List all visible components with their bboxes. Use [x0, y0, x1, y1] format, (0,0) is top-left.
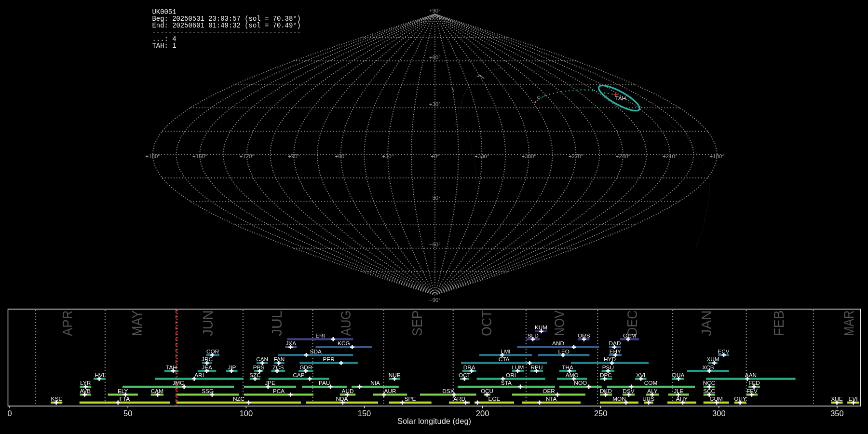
svg-text:ECV: ECV [718, 348, 729, 355]
svg-text:ARI: ARI [194, 372, 204, 379]
svg-text:SZC: SZC [249, 372, 261, 379]
svg-text:COM: COM [644, 380, 658, 386]
svg-text:DSV: DSV [623, 388, 634, 394]
svg-text:−30°: −30° [429, 195, 441, 201]
svg-text:CAM: CAM [151, 388, 163, 394]
svg-text:+30°: +30° [429, 101, 441, 107]
svg-text:JUL: JUL [269, 311, 285, 337]
svg-text:AND: AND [552, 340, 564, 347]
svg-text:GUM: GUM [709, 395, 723, 402]
svg-text:EHY: EHY [610, 348, 621, 355]
svg-text:SEP: SEP [409, 311, 425, 337]
svg-text:DKD: DKD [600, 388, 612, 394]
svg-text:DPC: DPC [600, 372, 612, 379]
svg-text:PAU: PAU [319, 380, 330, 386]
svg-text:−60°: −60° [429, 242, 441, 247]
svg-text:PER: PER [323, 356, 334, 363]
svg-text:+330°: +330° [475, 153, 489, 159]
svg-text:XVI: XVI [636, 372, 645, 379]
svg-text:KUM: KUM [535, 324, 547, 331]
svg-text:MON: MON [612, 395, 626, 402]
svg-text:+270°: +270° [569, 153, 583, 159]
svg-text:FEB: FEB [771, 311, 787, 337]
svg-text:KCG: KCG [338, 340, 350, 347]
svg-text:LEO: LEO [558, 348, 570, 355]
svg-text:+150°: +150° [192, 153, 207, 159]
svg-text:JRC: JRC [202, 356, 213, 363]
svg-text:OER: OER [542, 388, 555, 394]
svg-text:+90°: +90° [429, 8, 441, 14]
svg-text:XCB: XCB [702, 364, 714, 371]
svg-text:+60°: +60° [335, 153, 347, 159]
svg-text:HVI: HVI [95, 372, 104, 379]
svg-text:XHE: XHE [831, 395, 842, 402]
svg-text:LYR: LYR [80, 380, 91, 386]
svg-text:0: 0 [8, 409, 12, 418]
svg-text:AUR: AUR [384, 388, 396, 394]
svg-text:+120°: +120° [240, 153, 255, 159]
svg-text:DSX: DSX [442, 388, 454, 394]
svg-text:KSE: KSE [51, 395, 63, 402]
svg-text:+300°: +300° [522, 153, 537, 159]
svg-text:JXA: JXA [285, 340, 296, 347]
svg-text:JMC: JMC [172, 380, 184, 386]
svg-text:+0°: +0° [431, 153, 439, 159]
svg-text:EGE: EGE [488, 395, 501, 402]
svg-text:250: 250 [594, 409, 608, 418]
svg-text:THA: THA [562, 364, 573, 371]
svg-text:JIP: JIP [228, 364, 236, 371]
svg-text:SDA: SDA [310, 348, 322, 355]
svg-text:TAH: TAH [166, 364, 177, 371]
svg-text:SPE: SPE [405, 395, 416, 402]
svg-text:STA: STA [501, 380, 512, 386]
svg-text:AUD: AUD [342, 388, 354, 394]
svg-text:SCC: SCC [703, 388, 715, 394]
svg-text:−90°: −90° [429, 297, 441, 303]
svg-text:GDR: GDR [299, 364, 312, 371]
svg-text:CAN: CAN [256, 356, 268, 363]
svg-text:AHY: AHY [676, 395, 688, 402]
svg-text:PCA: PCA [273, 388, 285, 394]
svg-text:APR: APR [59, 311, 75, 337]
svg-text:+180°: +180° [146, 153, 161, 159]
svg-text:ORS: ORS [578, 332, 590, 339]
svg-text:+60°: +60° [429, 54, 441, 60]
svg-text:+180°: +180° [710, 153, 725, 159]
svg-text:NTA: NTA [546, 395, 557, 402]
svg-text:LUM: LUM [512, 364, 524, 371]
svg-text:NOV: NOV [551, 310, 567, 336]
svg-text:ARD: ARD [453, 395, 465, 402]
svg-text:ZCS: ZCS [272, 364, 284, 371]
svg-text:PSU: PSU [602, 364, 614, 371]
svg-text:JPE: JPE [265, 380, 275, 386]
svg-text:AMO: AMO [566, 372, 579, 379]
svg-text:FEV: FEV [746, 388, 758, 394]
svg-text:JLE: JLE [674, 388, 683, 394]
svg-text:AAN: AAN [745, 372, 757, 379]
svg-text:DRA: DRA [463, 364, 475, 371]
svg-text:CTA: CTA [499, 356, 510, 363]
svg-text:OCT: OCT [478, 311, 494, 337]
svg-text:QUA: QUA [672, 372, 685, 379]
svg-text:ERI: ERI [315, 332, 325, 339]
svg-text:NZC: NZC [233, 395, 245, 402]
svg-text:FED: FED [748, 380, 760, 386]
svg-text:JUN: JUN [200, 311, 216, 337]
svg-text:ELY: ELY [118, 388, 128, 394]
svg-text:50: 50 [123, 409, 132, 418]
svg-text:NUE: NUE [389, 372, 401, 379]
svg-text:XUM: XUM [706, 356, 719, 363]
svg-text:MAY: MAY [129, 310, 145, 336]
svg-text:NOO: NOO [574, 380, 587, 386]
svg-text:+30°: +30° [382, 153, 393, 159]
svg-text:OCT: OCT [459, 372, 471, 379]
svg-text:URS: URS [642, 395, 654, 402]
svg-text:+90°: +90° [288, 153, 299, 159]
svg-text:OHY: OHY [734, 395, 746, 402]
svg-text:100: 100 [240, 409, 253, 418]
svg-text:LMI: LMI [501, 348, 511, 355]
svg-text:OCU: OCU [481, 388, 493, 394]
svg-text:PPS: PPS [253, 364, 265, 371]
svg-text:300: 300 [712, 409, 726, 418]
svg-text:RPU: RPU [531, 364, 543, 371]
